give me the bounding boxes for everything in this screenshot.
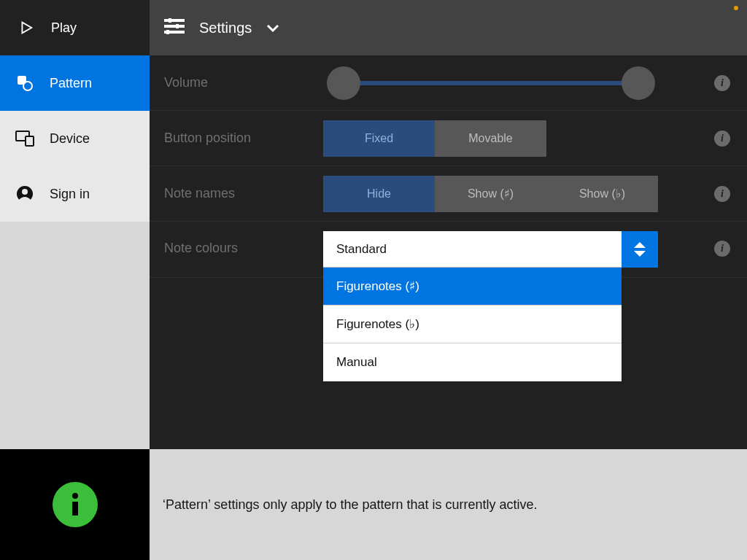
sort-arrows-icon[interactable] [622, 231, 658, 268]
settings-header[interactable]: Settings [150, 0, 747, 55]
svg-rect-0 [164, 19, 185, 22]
note-colours-options: Figurenotes (♯) Figurenotes (♭) Manual [323, 268, 622, 381]
svg-point-11 [22, 189, 28, 195]
slider-track [338, 81, 644, 85]
user-icon [15, 185, 35, 203]
svg-rect-5 [166, 30, 169, 34]
note-colours-dropdown: Standard Figurenotes (♯) Figurenotes (♭)… [323, 231, 658, 268]
button-position-movable[interactable]: Movable [435, 120, 546, 157]
note-names-hide[interactable]: Hide [323, 176, 435, 212]
info-badge-icon [53, 482, 98, 527]
svg-rect-3 [176, 24, 179, 28]
footer-message-area: ‘Pattern’ settings only apply to the pat… [150, 449, 747, 560]
svg-rect-9 [26, 136, 34, 146]
sidebar-item-signin[interactable]: Sign in [0, 166, 150, 222]
info-icon[interactable]: i [714, 241, 730, 257]
device-icon [15, 131, 35, 147]
note-names-label: Note names [150, 186, 323, 201]
button-position-fixed[interactable]: Fixed [323, 120, 435, 157]
row-note-colours: Note colours Standard Figurenotes (♯) Fi… [150, 222, 747, 278]
note-colours-option-figurenotes-flat[interactable]: Figurenotes (♭) [323, 306, 622, 343]
note-colours-option-manual[interactable]: Manual [323, 343, 622, 381]
note-names-show-flat[interactable]: Show (♭) [546, 176, 658, 212]
notification-dot [734, 6, 738, 10]
settings-label: Settings [199, 20, 252, 36]
svg-rect-13 [72, 502, 78, 516]
info-icon[interactable]: i [714, 186, 730, 202]
button-position-label: Button position [150, 131, 323, 146]
row-volume: Volume i [150, 55, 747, 111]
button-position-segmented: Fixed Movable [323, 120, 546, 157]
footer-icon-area [0, 449, 150, 560]
row-button-position: Button position Fixed Movable i [150, 111, 747, 166]
play-label: Play [51, 20, 77, 36]
sidebar-item-pattern[interactable]: Pattern [0, 55, 150, 111]
sidebar-item-device[interactable]: Device [0, 111, 150, 166]
info-icon[interactable]: i [714, 75, 730, 91]
slider-thumb-max[interactable] [622, 66, 655, 100]
svg-point-12 [72, 493, 78, 499]
slider-thumb-min[interactable] [327, 66, 360, 100]
play-icon [18, 20, 34, 36]
chevron-down-icon [266, 20, 279, 36]
svg-rect-1 [169, 18, 171, 23]
note-colours-dropdown-head[interactable]: Standard [323, 231, 658, 268]
sidebar-item-label: Pattern [50, 76, 92, 91]
footer-message: ‘Pattern’ settings only apply to the pat… [163, 497, 538, 513]
row-note-names: Note names Hide Show (♯) Show (♭) i [150, 166, 747, 222]
pattern-icon [15, 74, 35, 92]
settings-icon [164, 18, 185, 38]
volume-label: Volume [150, 75, 323, 90]
note-colours-label: Note colours [150, 231, 323, 256]
volume-slider[interactable] [323, 79, 659, 87]
note-names-segmented: Hide Show (♯) Show (♭) [323, 176, 658, 212]
svg-point-7 [23, 82, 32, 90]
note-names-show-sharp[interactable]: Show (♯) [435, 176, 546, 212]
sidebar-item-label: Sign in [50, 187, 90, 202]
sidebar-item-label: Device [50, 131, 90, 147]
sidebar: Pattern Device Sign in [0, 55, 150, 449]
info-icon[interactable]: i [714, 131, 730, 147]
svg-rect-2 [164, 25, 185, 28]
settings-panel: Volume i Button position Fixed Movable i [150, 55, 747, 449]
play-header[interactable]: Play [0, 0, 150, 55]
note-colours-option-figurenotes-sharp[interactable]: Figurenotes (♯) [323, 268, 622, 306]
note-colours-selected: Standard [323, 231, 622, 268]
